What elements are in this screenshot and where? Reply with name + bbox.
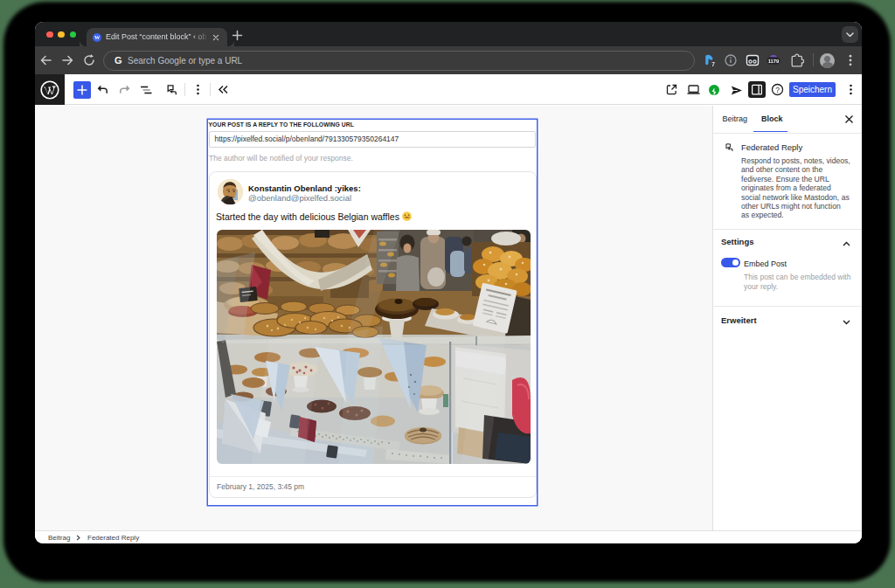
svg-text:?: ? <box>775 86 780 94</box>
svg-text:W: W <box>94 34 101 40</box>
svg-text:7: 7 <box>711 61 715 67</box>
svg-text:1179: 1179 <box>768 59 780 64</box>
